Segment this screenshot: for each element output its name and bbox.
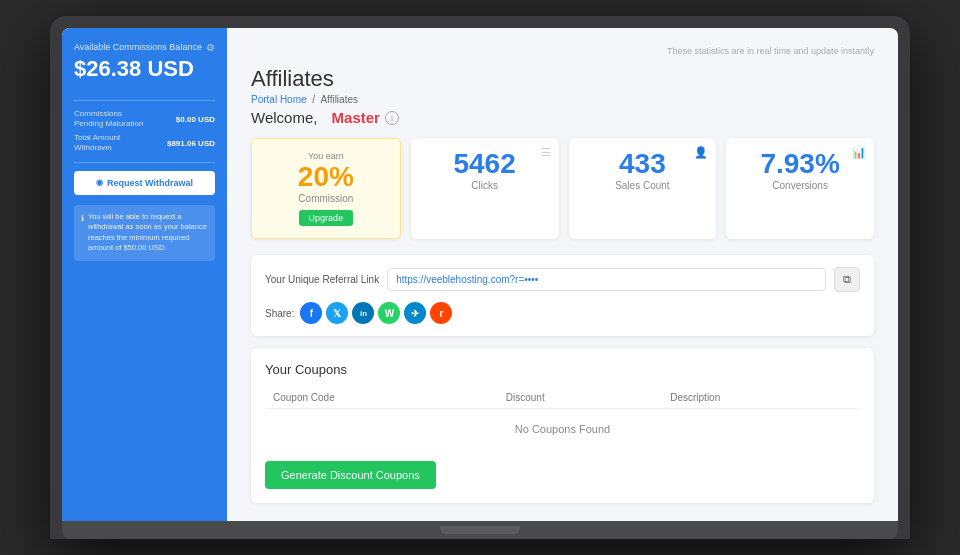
twitter-icon[interactable]: 𝕏	[326, 302, 348, 324]
share-row: Share: f 𝕏 in W ✈ r	[265, 302, 860, 324]
bar-chart-icon: 📊	[852, 146, 866, 159]
sidebar-panel: Available Commissions Balance $26.38 USD…	[62, 28, 227, 521]
divider	[74, 100, 215, 101]
no-coupons-row: No Coupons Found	[265, 409, 860, 450]
sales-sub: Sales Count	[615, 180, 669, 191]
page-title: Affiliates	[251, 66, 874, 92]
commission-value: 20%	[298, 163, 354, 191]
facebook-icon[interactable]: f	[300, 302, 322, 324]
main-area: These statistics are in real time and up…	[227, 28, 898, 521]
balance-label: Available Commissions Balance	[74, 42, 202, 52]
commissions-label: CommissionsPending Maturation	[74, 109, 143, 130]
commission-card: You earn 20% Commission Upgrade	[251, 138, 401, 239]
referral-label: Your Unique Referral Link	[265, 274, 379, 285]
laptop-screen: Available Commissions Balance $26.38 USD…	[62, 28, 898, 521]
share-label: Share:	[265, 308, 294, 319]
welcome-text: Welcome,	[251, 109, 317, 126]
stats-row: You earn 20% Commission Upgrade ☰ 5462 C…	[251, 138, 874, 239]
col-description: Description	[662, 387, 860, 409]
commissions-row: CommissionsPending Maturation $0.00 USD	[74, 109, 215, 130]
total-value: $891.06 USD	[167, 139, 215, 148]
balance-amount: $26.38 USD	[74, 56, 202, 82]
referral-row: Your Unique Referral Link ⧉	[265, 267, 860, 292]
col-discount: Discount	[498, 387, 662, 409]
welcome-row: Welcome, Master i	[251, 109, 874, 126]
settings-icon[interactable]: ⚙	[206, 42, 215, 53]
welcome-name: Master	[332, 109, 380, 126]
telegram-icon[interactable]: ✈	[404, 302, 426, 324]
whatsapp-icon[interactable]: W	[378, 302, 400, 324]
divider-2	[74, 162, 215, 163]
breadcrumb-home[interactable]: Portal Home	[251, 94, 307, 105]
breadcrumb-current: Affiliates	[320, 94, 358, 105]
sales-card: 👤 433 Sales Count	[569, 138, 717, 239]
conversions-value: 7.93%	[760, 150, 839, 178]
upgrade-button[interactable]: Upgrade	[299, 210, 354, 226]
withdraw-button[interactable]: ◉ Request Withdrawal	[74, 171, 215, 195]
commission-sub: Commission	[298, 193, 353, 204]
conversions-sub: Conversions	[772, 180, 828, 191]
commissions-value: $0.00 USD	[176, 115, 215, 124]
laptop-notch	[440, 526, 520, 534]
total-label: Total AmountWithdrawn	[74, 133, 120, 154]
no-coupons-text: No Coupons Found	[265, 409, 860, 450]
cursor-icon: ☰	[541, 146, 551, 159]
laptop-shell: Available Commissions Balance $26.38 USD…	[50, 16, 910, 539]
welcome-info-icon[interactable]: i	[385, 111, 399, 125]
referral-input[interactable]	[387, 268, 826, 291]
clicks-card: ☰ 5462 Clicks	[411, 138, 559, 239]
info-box: ℹ You will be able to request a withdraw…	[74, 205, 215, 261]
clicks-value: 5462	[453, 150, 515, 178]
realtime-note: These statistics are in real time and up…	[667, 46, 874, 56]
linkedin-icon[interactable]: in	[352, 302, 374, 324]
earn-label: You earn	[308, 151, 344, 161]
person-icon: 👤	[694, 146, 708, 159]
screen-content: Available Commissions Balance $26.38 USD…	[62, 28, 898, 521]
referral-section: Your Unique Referral Link ⧉ Share: f 𝕏 i…	[251, 255, 874, 336]
coupons-table: Coupon Code Discount Description No Coup…	[265, 387, 860, 449]
sales-value: 433	[619, 150, 666, 178]
reddit-icon[interactable]: r	[430, 302, 452, 324]
withdraw-label: Request Withdrawal	[107, 178, 193, 188]
info-text: You will be able to request a withdrawal…	[88, 212, 208, 254]
conversions-card: 📊 7.93% Conversions	[726, 138, 874, 239]
coupons-title: Your Coupons	[265, 362, 860, 377]
breadcrumb: Portal Home / Affiliates	[251, 94, 874, 105]
coupons-section: Your Coupons Coupon Code Discount Descri…	[251, 348, 874, 503]
withdraw-icon: ◉	[96, 178, 103, 187]
laptop-base	[62, 521, 898, 539]
info-icon: ℹ	[81, 213, 84, 224]
generate-coupons-button[interactable]: Generate Discount Coupons	[265, 461, 436, 489]
col-coupon-code: Coupon Code	[265, 387, 498, 409]
total-withdrawn-row: Total AmountWithdrawn $891.06 USD	[74, 133, 215, 154]
clicks-sub: Clicks	[471, 180, 498, 191]
social-icons: f 𝕏 in W ✈ r	[300, 302, 452, 324]
copy-button[interactable]: ⧉	[834, 267, 860, 292]
